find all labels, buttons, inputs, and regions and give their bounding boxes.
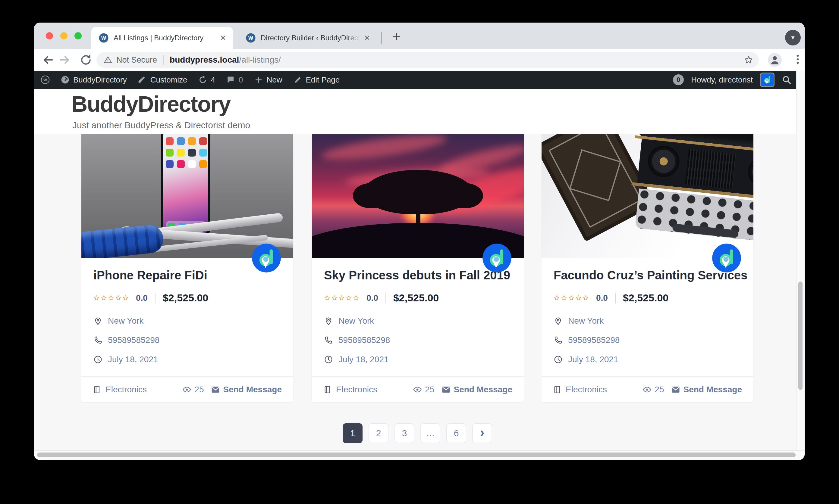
back-icon[interactable] (41, 53, 54, 67)
listing-phone[interactable]: 59589585298 (339, 336, 390, 345)
views-count: 25 (194, 385, 204, 394)
listing-image[interactable] (312, 134, 524, 258)
listing-views: 25 (182, 385, 204, 394)
tab-strip: All Listings | BuddyDirectory ✕ Director… (34, 22, 805, 49)
listing-image[interactable] (81, 134, 293, 258)
admin-bar-updates[interactable]: 4 (198, 75, 215, 85)
tab-search-button[interactable]: ▾ (785, 30, 801, 46)
send-message-link[interactable]: Send Message (442, 385, 512, 394)
wordpress-logo-icon: W (41, 75, 50, 84)
tab-title: Directory Builder ‹ BuddyDirect (261, 34, 360, 42)
phone-icon (553, 336, 563, 345)
pagination-next-button[interactable]: › (472, 423, 492, 443)
rating-price-divider (615, 293, 616, 304)
listing-location[interactable]: New York (568, 316, 604, 326)
listing-price: $2,525.00 (623, 292, 668, 304)
location-pin-icon (553, 317, 563, 325)
search-icon[interactable] (782, 75, 791, 85)
vertical-scrollbar-thumb[interactable] (798, 282, 803, 390)
tab-directory-builder[interactable]: Directory Builder ‹ BuddyDirect ✕ (238, 27, 377, 49)
admin-bar-site-name[interactable]: BuddyDirectory (61, 75, 127, 85)
omnibox-divider (163, 55, 164, 65)
url-path: /all-listings/ (239, 55, 280, 65)
horizontal-scrollbar-thumb[interactable] (37, 452, 795, 457)
listing-category[interactable]: Electronics (93, 385, 147, 394)
send-message-link[interactable]: Send Message (211, 385, 282, 394)
admin-bar-comments[interactable]: 0 (226, 75, 243, 85)
zoom-window-button[interactable] (74, 32, 82, 39)
admin-bar-new[interactable]: New (254, 75, 282, 85)
category-label: Electronics (105, 385, 147, 394)
listing-category[interactable]: Electronics (553, 385, 607, 394)
listing-title[interactable]: iPhone Repaire FiDi (93, 268, 281, 283)
dashboard-gauge-icon (61, 75, 70, 84)
customize-brush-icon (138, 75, 147, 84)
listing-category[interactable]: Electronics (323, 385, 377, 394)
listing-title[interactable]: Sky Princess debuts in Fall 2019 (324, 268, 512, 283)
category-label: Electronics (566, 385, 607, 394)
pagination: 1 2 3 … 6 › (343, 423, 492, 443)
address-bar[interactable]: Not Secure buddypress.local/all-listings… (97, 52, 759, 68)
eye-icon (643, 385, 652, 394)
vertical-scrollbar-track (796, 71, 805, 451)
listing-location[interactable]: New York (339, 316, 374, 326)
listing-image[interactable] (542, 134, 753, 258)
pagination-page-6[interactable]: 6 (446, 423, 466, 443)
tree-canopy-shape (364, 170, 472, 214)
directorist-author-badge[interactable] (712, 244, 741, 272)
listing-phone[interactable]: 59589585298 (108, 336, 159, 345)
browser-profile-avatar[interactable] (768, 53, 782, 67)
wordpress-favicon (245, 33, 256, 43)
directorist-author-badge[interactable] (252, 244, 281, 272)
listing-price: $2,525.00 (163, 292, 208, 304)
pagination-page-2[interactable]: 2 (369, 423, 389, 443)
listing-card: Sky Princess debuts in Fall 2019 0.0 $2,… (312, 134, 524, 402)
minimize-window-button[interactable] (60, 32, 68, 39)
send-message-link[interactable]: Send Message (671, 385, 742, 394)
rating-stars (324, 295, 359, 301)
category-book-icon (93, 385, 101, 394)
tab-divider (381, 32, 382, 44)
notification-badge[interactable]: 0 (673, 74, 684, 85)
tab-close-icon[interactable]: ✕ (362, 33, 372, 42)
listing-title[interactable]: Facundo Cruz’s Painting Services (553, 268, 741, 283)
listing-date: July 18, 2021 (108, 355, 158, 364)
site-title[interactable]: BuddyDirectory (71, 91, 230, 117)
not-secure-warning-icon (104, 56, 112, 64)
listing-phone[interactable]: 59589585298 (568, 336, 620, 345)
edit-page-label: Edit Page (306, 75, 340, 85)
pagination-page-3[interactable]: 3 (394, 423, 414, 443)
envelope-icon (671, 385, 680, 394)
cloud-shape (320, 134, 448, 165)
tab-all-listings[interactable]: All Listings | BuddyDirectory ✕ (91, 27, 233, 49)
account-avatar[interactable] (760, 73, 774, 87)
admin-bar-edit-page[interactable]: Edit Page (293, 75, 340, 85)
listing-location[interactable]: New York (108, 316, 143, 326)
close-window-button[interactable] (46, 32, 53, 39)
listings-page: iPhone Repaire FiDi 0.0 $2,525.00 New Yo… (34, 134, 805, 451)
security-label[interactable]: Not Secure (116, 55, 157, 65)
typewriter-shape (626, 134, 753, 251)
svg-text:W: W (44, 78, 47, 82)
new-tab-button[interactable]: + (387, 28, 406, 47)
wp-logo-menu[interactable]: W (41, 75, 50, 84)
reload-icon[interactable] (79, 53, 92, 67)
listing-price: $2,525.00 (393, 292, 439, 304)
horizontal-scrollbar-track (34, 450, 805, 460)
send-message-label: Send Message (453, 385, 512, 394)
phone-icon (93, 336, 102, 345)
admin-bar-customize[interactable]: Customize (138, 75, 187, 85)
tab-close-icon[interactable]: ✕ (219, 33, 227, 42)
pagination-page-1[interactable]: 1 (343, 423, 362, 443)
bookmark-star-icon[interactable] (744, 55, 753, 65)
location-pin-icon (324, 317, 333, 325)
directorist-author-badge[interactable] (482, 244, 511, 272)
forward-icon[interactable] (58, 53, 71, 67)
howdy-account-link[interactable]: Howdy, directorist (691, 75, 753, 85)
site-header: BuddyDirectory Just another BuddyPress &… (34, 89, 805, 134)
browser-menu-kebab-icon[interactable] (792, 53, 804, 67)
rating-price-divider (155, 293, 155, 304)
customize-label: Customize (150, 75, 187, 85)
category-label: Electronics (336, 385, 377, 394)
updates-icon (198, 75, 207, 84)
